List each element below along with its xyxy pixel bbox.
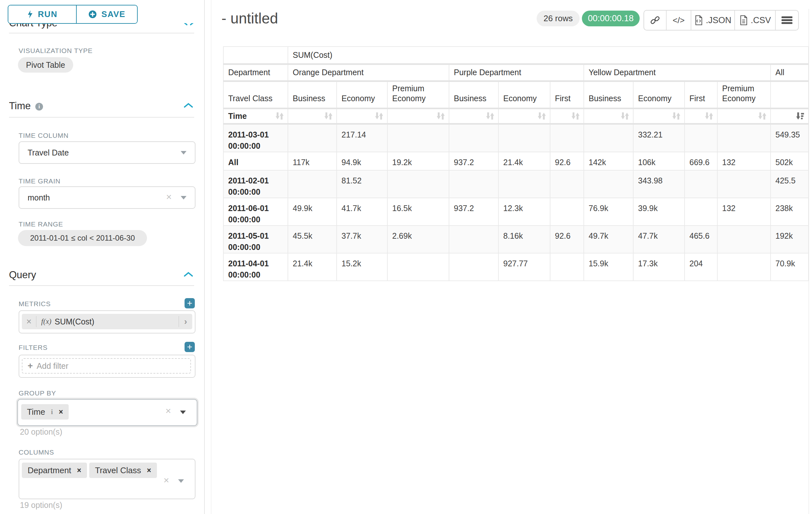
pivot-cell: 81.52 — [337, 170, 387, 198]
metric-pill[interactable]: × f(x) SUM(Cost) › — [22, 314, 192, 329]
viz-type-pill[interactable]: Pivot Table — [18, 57, 73, 73]
sort-icon[interactable] — [671, 111, 680, 120]
row-count-text: 26 rows — [543, 13, 573, 23]
plus-circle-icon — [88, 10, 97, 19]
run-button-label: RUN — [38, 9, 57, 19]
pivot-sort-header[interactable] — [498, 108, 550, 124]
remove-tag-icon[interactable]: × — [147, 466, 151, 475]
pivot-sort-header[interactable] — [550, 108, 584, 124]
run-save-button-group: RUN SAVE — [8, 5, 138, 24]
sort-icon[interactable] — [275, 111, 284, 120]
chevron-down-icon[interactable] — [178, 479, 184, 483]
pivot-cell — [387, 124, 449, 152]
column-info-icon: i — [51, 408, 53, 416]
pivot-cell: 21.4k — [288, 253, 337, 281]
pivot-cell: 106k — [633, 152, 685, 170]
group-by-tag[interactable]: Time i × — [21, 404, 69, 420]
pivot-cell — [550, 170, 584, 198]
chart-menu-button[interactable] — [775, 10, 798, 30]
save-button[interactable]: SAVE — [76, 5, 137, 23]
panel-divider[interactable] — [204, 0, 205, 514]
pivot-cell: 502k — [771, 152, 809, 170]
pivot-time-sort-header[interactable]: Time — [223, 108, 288, 124]
filters-label: FILTERS — [19, 344, 48, 351]
share-link-button[interactable] — [644, 10, 666, 30]
superset-explore-view: Chart Type RUN SAVE VISUALIZA — [0, 0, 812, 514]
export-json-button[interactable]: .JSON — [691, 10, 734, 30]
pivot-corner-cell — [223, 47, 288, 64]
pivot-sort-header[interactable] — [387, 108, 449, 124]
add-metric-button[interactable]: + — [184, 298, 195, 308]
pivot-cell: 465.6 — [685, 225, 717, 253]
pivot-cell: 21.4k — [498, 152, 550, 170]
pivot-cell: 12.3k — [498, 198, 550, 225]
file-code-icon — [694, 15, 703, 25]
pivot-sort-header[interactable] — [288, 108, 337, 124]
expand-metric-icon[interactable]: › — [179, 317, 192, 327]
group-by-select[interactable]: Time i × × — [17, 399, 197, 426]
sort-icon[interactable] — [704, 111, 713, 120]
pivot-row-label: 2011-06-01 00:00:00 — [223, 198, 288, 225]
chevron-up-icon[interactable] — [183, 102, 194, 109]
embed-code-button[interactable]: </> — [666, 10, 691, 30]
add-filter-plus-button[interactable]: + — [184, 342, 195, 352]
pivot-department-group: Purple Department — [449, 64, 584, 81]
add-filter-dropzone[interactable]: + Add filter — [22, 358, 191, 374]
sort-icon[interactable] — [323, 111, 332, 120]
columns-tag[interactable]: Department × — [22, 463, 87, 478]
sort-icon[interactable] — [537, 111, 546, 120]
remove-tag-icon[interactable]: × — [77, 466, 81, 475]
time-range-pill[interactable]: 2011-01-01 ≤ col < 2011-06-30 — [18, 230, 147, 246]
chevron-down-icon — [181, 196, 186, 199]
sort-icon[interactable] — [571, 111, 580, 120]
pivot-cell — [449, 170, 498, 198]
pivot-cell: 39.9k — [633, 198, 685, 225]
pivot-sort-header-active[interactable] — [771, 108, 809, 124]
pivot-class-header: Business — [288, 81, 337, 108]
pivot-sort-header[interactable] — [337, 108, 387, 124]
time-column-select[interactable]: Travel Date — [19, 141, 196, 164]
columns-tag[interactable]: Travel Class × — [89, 463, 157, 478]
chart-title[interactable]: - untitled — [222, 10, 278, 27]
pivot-data-row: All 117k 94.9k 19.2k 937.2 21.4k 92.6 14… — [223, 152, 809, 170]
pivot-class-header: First — [550, 81, 584, 108]
pivot-class-header: Business — [449, 81, 498, 108]
pivot-sort-header[interactable] — [633, 108, 685, 124]
clear-icon[interactable]: × — [163, 476, 169, 485]
chevron-down-icon[interactable] — [180, 410, 186, 414]
pivot-cell: 238k — [771, 198, 809, 225]
export-csv-button[interactable]: .CSV — [734, 10, 775, 30]
pivot-sort-header[interactable] — [685, 108, 717, 124]
pivot-department-label: Department — [223, 64, 288, 81]
sort-icon[interactable] — [436, 111, 445, 120]
add-filter-label: Add filter — [37, 361, 68, 371]
pivot-cell — [685, 198, 717, 225]
clear-icon[interactable]: × — [165, 406, 171, 416]
chevron-up-icon[interactable] — [183, 271, 194, 277]
remove-tag-icon[interactable]: × — [59, 408, 63, 416]
run-button[interactable]: RUN — [8, 5, 76, 23]
pivot-data-row: 2011-04-01 00:00:00 21.4k 15.2k 927.77 1… — [223, 253, 809, 281]
pivot-sort-header[interactable] — [717, 108, 771, 124]
pivot-cell — [550, 198, 584, 225]
sort-icon[interactable] — [485, 111, 494, 120]
pivot-cell: 49.7k — [584, 225, 633, 253]
columns-tag-label: Travel Class — [95, 465, 141, 476]
remove-metric-icon[interactable]: × — [22, 317, 36, 327]
pivot-cell — [449, 253, 498, 281]
sort-icon[interactable] — [374, 111, 383, 120]
pivot-cell: 76.9k — [584, 198, 633, 225]
sort-desc-icon[interactable] — [795, 111, 804, 120]
pivot-sort-header[interactable] — [584, 108, 633, 124]
clear-icon[interactable]: × — [166, 192, 172, 202]
pivot-sort-header[interactable] — [449, 108, 498, 124]
query-timer-badge: 00:00:00.18 — [582, 10, 640, 26]
pivot-department-group: All — [771, 64, 809, 81]
sort-icon[interactable] — [620, 111, 629, 120]
time-grain-select[interactable]: month × — [19, 186, 196, 209]
sort-icon[interactable] — [757, 111, 766, 120]
pivot-cell: 669.6 — [685, 152, 717, 170]
columns-select[interactable]: Department × Travel Class × × — [19, 459, 196, 499]
pivot-cell — [550, 253, 584, 281]
pivot-cell: 332.21 — [633, 124, 685, 152]
